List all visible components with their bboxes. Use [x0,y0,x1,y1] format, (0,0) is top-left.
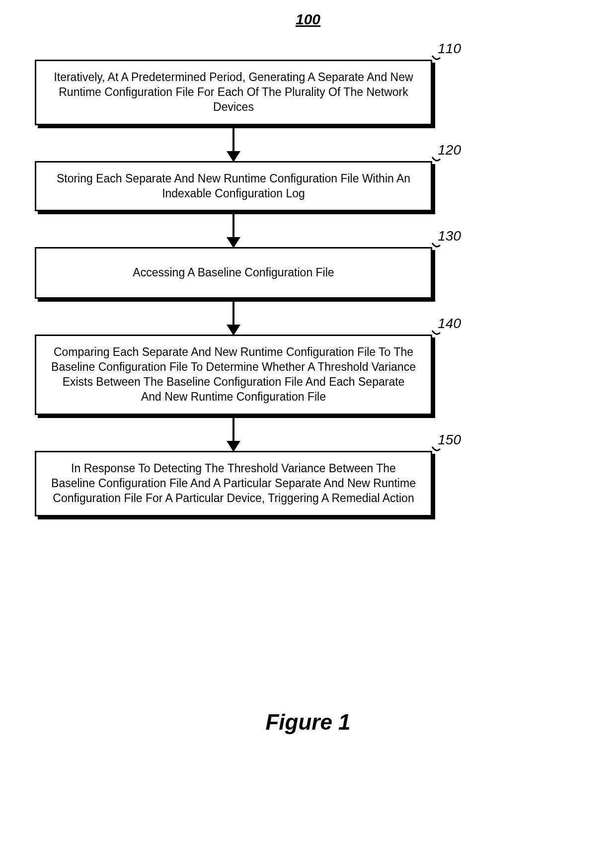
flow-step: 140 Comparing Each Separate And New Runt… [35,335,432,415]
down-arrow-icon [232,415,234,451]
step-box: Comparing Each Separate And New Runtime … [35,335,432,415]
callout-tick-icon [431,156,441,166]
flow-step: 120 Storing Each Separate And New Runtim… [35,161,432,212]
step-text: Iteratively, At A Predetermined Period, … [54,71,413,113]
flow-step: 110 Iteratively, At A Predetermined Peri… [35,60,432,125]
down-arrow-icon [232,299,234,335]
step-box: Storing Each Separate And New Runtime Co… [35,161,432,212]
step-ref-label: 130 [438,228,461,244]
callout-tick-icon [431,330,441,339]
step-text: Comparing Each Separate And New Runtime … [51,345,416,403]
flow-step: 150 In Response To Detecting The Thresho… [35,451,432,516]
step-text: Accessing A Baseline Configuration File [133,266,334,279]
step-ref-label: 110 [438,41,461,57]
step-text: In Response To Detecting The Threshold V… [51,462,416,505]
callout-tick-icon [431,446,441,456]
callout-tick-icon [431,242,441,252]
step-box: Accessing A Baseline Configuration File [35,247,432,299]
step-box: Iteratively, At A Predetermined Period, … [35,60,432,125]
figure-number: 100 [296,11,320,28]
step-ref-label: 140 [438,316,461,332]
down-arrow-icon [232,211,234,247]
callout-tick-icon [431,55,441,65]
step-text: Storing Each Separate And New Runtime Co… [57,172,410,200]
figure-caption: Figure 1 [265,710,350,735]
step-box: In Response To Detecting The Threshold V… [35,451,432,516]
flowchart: 110 Iteratively, At A Predetermined Peri… [35,60,432,516]
step-ref-label: 150 [438,432,461,448]
flow-step: 130 Accessing A Baseline Configuration F… [35,247,432,299]
down-arrow-icon [232,125,234,161]
step-ref-label: 120 [438,142,461,158]
